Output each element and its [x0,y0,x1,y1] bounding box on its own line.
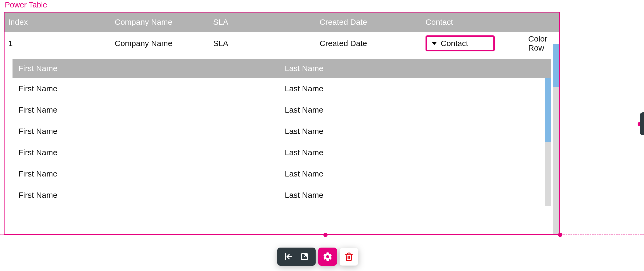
nested-cell-first: First Name [18,105,285,114]
nested-header-last[interactable]: Last Name [285,64,551,73]
floating-scroll-control[interactable] [640,112,644,135]
resize-handle-corner[interactable] [558,233,562,237]
outer-scrollbar[interactable] [553,44,559,234]
header-sla[interactable]: SLA [213,18,320,27]
cell-contact-wrapper: Contact [426,35,528,51]
nested-cell-first: First Name [18,148,285,157]
popout-icon[interactable] [300,252,309,261]
contact-dropdown[interactable]: Contact [426,35,495,51]
toolbar-dark-group [277,248,316,266]
nested-scrollbar[interactable] [545,78,551,206]
gear-icon [323,252,333,262]
list-item[interactable]: First Name Last Name [13,163,551,184]
cell-company: Company Name [115,39,213,48]
collapse-left-icon[interactable] [284,252,293,261]
nested-cell-last: Last Name [285,84,551,93]
header-created[interactable]: Created Date [320,18,426,27]
header-company[interactable]: Company Name [115,18,213,27]
nested-header-first[interactable]: First Name [18,64,285,73]
caret-down-icon [432,42,437,45]
settings-button[interactable] [318,248,337,266]
selection-guide-line [0,235,644,235]
nested-cell-first: First Name [18,84,285,93]
nested-header-row: First Name Last Name [13,59,551,78]
widget-toolbar [277,248,358,266]
table-row[interactable]: 1 Company Name SLA Created Date Contact … [5,32,559,55]
widget-label: Power Table [5,1,47,9]
nested-cell-last: Last Name [285,169,551,178]
list-item[interactable]: First Name Last Name [13,78,551,99]
nested-body: First Name Last Name First Name Last Nam… [13,78,551,206]
nested-cell-first: First Name [18,127,285,136]
trash-icon [344,252,354,261]
nested-cell-first: First Name [18,169,285,178]
resize-handle-bottom[interactable] [323,233,328,237]
header-index[interactable]: Index [8,18,115,27]
header-contact[interactable]: Contact [426,18,528,27]
cell-created: Created Date [320,39,426,48]
outer-header-row: Index Company Name SLA Created Date Cont… [5,13,559,32]
list-item[interactable]: First Name Last Name [13,99,551,121]
outer-scrollbar-thumb[interactable] [553,44,559,87]
nested-cell-last: Last Name [285,127,551,136]
delete-button[interactable] [340,248,358,266]
nested-cell-first: First Name [18,191,285,200]
power-table-widget[interactable]: Index Company Name SLA Created Date Cont… [4,12,560,235]
nested-cell-last: Last Name [285,105,551,114]
list-item[interactable]: First Name Last Name [13,142,551,163]
list-item[interactable]: First Name Last Name [13,121,551,142]
outer-table: Index Company Name SLA Created Date Cont… [5,13,559,206]
list-item[interactable]: First Name Last Name [13,184,551,206]
nested-cell-last: Last Name [285,148,551,157]
nested-table: First Name Last Name First Name Last Nam… [13,59,551,206]
nested-cell-last: Last Name [285,191,551,200]
cell-index: 1 [8,39,115,48]
cell-sla: SLA [213,39,320,48]
contact-dropdown-label: Contact [441,39,468,48]
nested-scrollbar-thumb[interactable] [545,78,551,142]
